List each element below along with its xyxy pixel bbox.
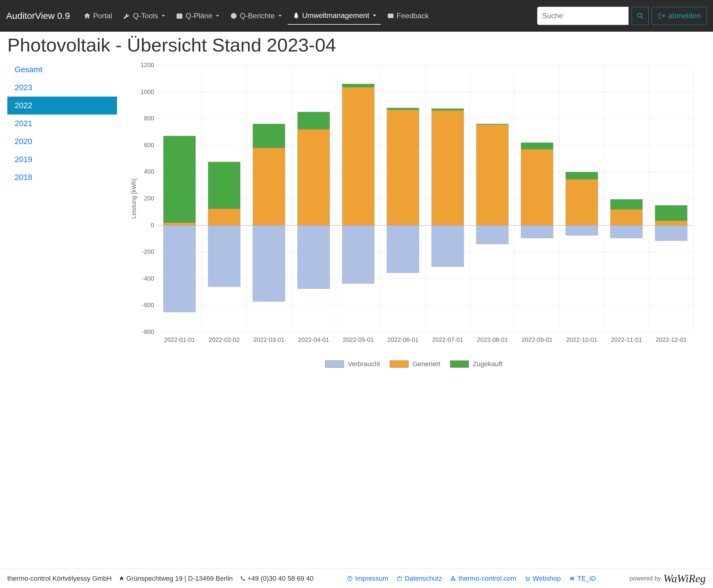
- brand[interactable]: AuditorView 0.9: [6, 10, 70, 21]
- svg-text:2022-02-02: 2022-02-02: [209, 336, 240, 343]
- sidebar-item-2020[interactable]: 2020: [7, 132, 117, 150]
- svg-rect-42: [253, 148, 285, 226]
- svg-text:2022-10-01: 2022-10-01: [566, 336, 597, 343]
- svg-rect-48: [297, 112, 330, 129]
- svg-text:2022-01-01: 2022-01-01: [164, 336, 195, 343]
- sidebar-item-2021[interactable]: 2021: [7, 114, 117, 132]
- legend-swatch: [390, 360, 408, 368]
- legend-swatch: [450, 360, 469, 368]
- svg-text:2022-04-01: 2022-04-01: [298, 336, 329, 343]
- svg-text:0: 0: [151, 222, 154, 229]
- footer-link-impressum[interactable]: Impressum: [347, 574, 388, 583]
- legend-item[interactable]: Verbraucht: [325, 360, 380, 368]
- nav-items: PortalQ-ToolsQ-PläneQ-BerichteUmweltmana…: [79, 7, 537, 25]
- svg-rect-38: [208, 162, 240, 209]
- search-button[interactable]: [632, 7, 649, 25]
- svg-rect-88: [655, 205, 687, 220]
- legend-label: Zugekauft: [473, 360, 502, 368]
- legend-label: Verbraucht: [348, 360, 380, 368]
- svg-rect-82: [610, 209, 643, 226]
- nav-label: Feedback: [397, 12, 429, 20]
- sidebar-item-2023[interactable]: 2023: [7, 79, 117, 97]
- footer-link-thermo-control.com[interactable]: thermo-control.com: [450, 574, 516, 583]
- cart-icon: [525, 576, 530, 581]
- svg-rect-96: [453, 576, 454, 578]
- svg-rect-0: [177, 14, 182, 19]
- nav-label: Q-Tools: [133, 12, 158, 20]
- svg-rect-44: [253, 226, 285, 301]
- footer-center: ImpressumDatenschutzthermo-control.comWe…: [314, 574, 630, 583]
- svg-rect-77: [566, 180, 598, 226]
- navbar: AuditorView 0.9 PortalQ-ToolsQ-PläneQ-Be…: [0, 0, 713, 32]
- mail-icon: [387, 12, 394, 20]
- legend-item[interactable]: Generiert: [390, 360, 440, 368]
- svg-point-7: [637, 13, 642, 17]
- sidebar-item-2022[interactable]: 2022: [7, 97, 117, 114]
- footer: thermo-control Körtvélyessy GmbH Grünspe…: [0, 568, 713, 588]
- svg-rect-79: [566, 226, 598, 235]
- wrench-icon: [123, 12, 130, 20]
- footer-company: thermo-control Körtvélyessy GmbH: [7, 574, 111, 583]
- nav-right: abmelden: [537, 7, 707, 25]
- footer-address: Grünspechtweg 19 | D-13469 Berlin: [119, 574, 232, 583]
- svg-rect-89: [655, 226, 687, 241]
- nav-item-q-pläne[interactable]: Q-Pläne: [171, 7, 224, 25]
- nav-item-portal[interactable]: Portal: [79, 7, 117, 25]
- nav-item-q-berichte[interactable]: Q-Berichte: [225, 7, 287, 25]
- svg-rect-84: [610, 226, 643, 238]
- svg-text:-800: -800: [142, 329, 154, 335]
- footer-link-webshop[interactable]: Webshop: [525, 574, 561, 583]
- nav-label: Umweltmanagement: [302, 11, 369, 20]
- footer-link-label: Datenschutz: [405, 574, 442, 583]
- svg-rect-67: [476, 125, 508, 226]
- svg-text:1000: 1000: [141, 88, 154, 95]
- sidebar-item-2019[interactable]: 2019: [7, 150, 117, 168]
- nav-label: Q-Berichte: [240, 12, 275, 20]
- home-icon: [119, 576, 124, 581]
- tree-icon: [293, 12, 300, 19]
- svg-rect-57: [387, 110, 419, 226]
- svg-rect-78: [566, 172, 598, 179]
- svg-point-99: [526, 580, 527, 581]
- footer-link-te_id[interactable]: TE_iD: [569, 574, 596, 583]
- main: Photovoltaik - Übersicht Stand 2023-04 G…: [0, 32, 713, 568]
- legend-item[interactable]: Zugekauft: [450, 360, 502, 368]
- sidebar-item-gesamt[interactable]: Gesamt: [7, 61, 117, 79]
- svg-point-100: [528, 580, 529, 581]
- phone-icon: [240, 576, 246, 581]
- svg-rect-62: [432, 111, 464, 226]
- footer-link-datenschutz[interactable]: Datenschutz: [397, 574, 442, 583]
- nav-label: Portal: [93, 12, 112, 20]
- svg-text:-200: -200: [142, 248, 154, 255]
- svg-rect-47: [297, 129, 330, 225]
- svg-text:200: 200: [144, 195, 154, 202]
- svg-rect-69: [476, 226, 508, 244]
- logout-button[interactable]: abmelden: [652, 7, 707, 25]
- legend-label: Generiert: [412, 360, 440, 368]
- svg-text:2022-06-01: 2022-06-01: [387, 336, 419, 343]
- sitemap-icon: [450, 576, 456, 581]
- nav-item-feedback[interactable]: Feedback: [382, 7, 434, 25]
- svg-rect-98: [454, 580, 456, 581]
- chart: -800-600-400-200020040060080010001200Lei…: [128, 58, 699, 357]
- nav-item-umweltmanagement[interactable]: Umweltmanagement: [288, 7, 381, 25]
- svg-point-94: [350, 577, 350, 578]
- svg-rect-74: [521, 226, 553, 238]
- svg-rect-64: [432, 226, 464, 267]
- svg-rect-52: [342, 87, 375, 225]
- sidebar-item-2018[interactable]: 2018: [7, 168, 117, 186]
- nav-item-q-tools[interactable]: Q-Tools: [118, 7, 170, 25]
- svg-text:2022-12-01: 2022-12-01: [656, 336, 687, 343]
- nav-label: Q-Pläne: [186, 12, 212, 20]
- footer-link-label: thermo-control.com: [458, 574, 516, 583]
- chevron-down-icon: [162, 15, 165, 17]
- home-icon: [83, 12, 91, 20]
- footer-phone: +49 (0)30 40 58 69 40: [240, 574, 314, 583]
- svg-rect-83: [610, 199, 643, 209]
- content: Gesamt202320222021202020192018 -800-600-…: [7, 58, 706, 568]
- svg-text:2022-05-01: 2022-05-01: [343, 336, 374, 343]
- search-input[interactable]: [537, 7, 629, 25]
- svg-rect-73: [521, 143, 553, 149]
- svg-text:2022-11-01: 2022-11-01: [611, 336, 642, 343]
- svg-rect-59: [387, 226, 419, 273]
